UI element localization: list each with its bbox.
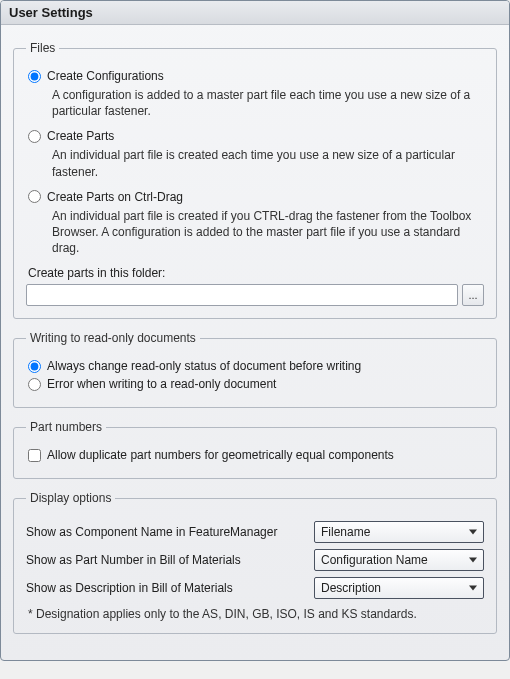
writing-radio-error[interactable] xyxy=(28,378,41,391)
display-options-group: Display options Show as Component Name i… xyxy=(13,491,497,634)
writing-group: Writing to read-only documents Always ch… xyxy=(13,331,497,408)
writing-radio-error-row: Error when writing to a read-only docume… xyxy=(26,377,484,391)
files-radio-create-parts-label: Create Parts xyxy=(47,129,114,143)
window-body: Files Create Configurations A configurat… xyxy=(1,25,509,660)
files-radio-create-configurations-label: Create Configurations xyxy=(47,69,164,83)
writing-radio-error-label: Error when writing to a read-only docume… xyxy=(47,377,276,391)
allow-duplicate-part-numbers-row: Allow duplicate part numbers for geometr… xyxy=(26,448,484,462)
files-radio-create-parts[interactable] xyxy=(28,130,41,143)
display-footnote: * Designation applies only to the AS, DI… xyxy=(28,607,484,621)
writing-radio-always-change-row: Always change read-only status of docume… xyxy=(26,359,484,373)
allow-duplicate-part-numbers-checkbox[interactable] xyxy=(28,449,41,462)
display-options-legend: Display options xyxy=(26,491,115,505)
display-component-name-select[interactable]: Filename xyxy=(314,521,484,543)
display-row-component-name: Show as Component Name in FeatureManager… xyxy=(26,521,484,543)
display-description-select[interactable]: Description xyxy=(314,577,484,599)
ellipsis-icon: ... xyxy=(468,289,477,301)
files-radio-create-parts-row: Create Parts xyxy=(26,129,484,143)
display-part-number-combo: Configuration Name xyxy=(314,549,484,571)
files-radio-create-parts-ctrl-drag[interactable] xyxy=(28,190,41,203)
files-group: Files Create Configurations A configurat… xyxy=(13,41,497,319)
files-create-configurations-desc: A configuration is added to a master par… xyxy=(52,87,484,119)
writing-radio-always-change[interactable] xyxy=(28,360,41,373)
writing-radio-always-change-label: Always change read-only status of docume… xyxy=(47,359,361,373)
display-component-name-combo: Filename xyxy=(314,521,484,543)
display-description-label: Show as Description in Bill of Materials xyxy=(26,581,314,595)
files-radio-create-configurations-row: Create Configurations xyxy=(26,69,484,83)
display-part-number-label: Show as Part Number in Bill of Materials xyxy=(26,553,314,567)
display-description-combo: Description xyxy=(314,577,484,599)
user-settings-window: User Settings Files Create Configuration… xyxy=(0,0,510,661)
create-parts-folder-label: Create parts in this folder: xyxy=(28,266,484,280)
window-title: User Settings xyxy=(1,1,509,25)
part-numbers-group: Part numbers Allow duplicate part number… xyxy=(13,420,497,479)
writing-legend: Writing to read-only documents xyxy=(26,331,200,345)
create-parts-folder-row: ... xyxy=(26,284,484,306)
files-create-parts-ctrl-drag-desc: An individual part file is created if yo… xyxy=(52,208,484,257)
files-radio-create-parts-ctrl-drag-label: Create Parts on Ctrl-Drag xyxy=(47,190,183,204)
browse-folder-button[interactable]: ... xyxy=(462,284,484,306)
files-radio-create-configurations[interactable] xyxy=(28,70,41,83)
create-parts-folder-input[interactable] xyxy=(26,284,458,306)
files-legend: Files xyxy=(26,41,59,55)
allow-duplicate-part-numbers-label: Allow duplicate part numbers for geometr… xyxy=(47,448,394,462)
display-part-number-select[interactable]: Configuration Name xyxy=(314,549,484,571)
files-create-parts-desc: An individual part file is created each … xyxy=(52,147,484,179)
display-component-name-label: Show as Component Name in FeatureManager xyxy=(26,525,314,539)
part-numbers-legend: Part numbers xyxy=(26,420,106,434)
display-row-description: Show as Description in Bill of Materials… xyxy=(26,577,484,599)
files-radio-create-parts-ctrl-drag-row: Create Parts on Ctrl-Drag xyxy=(26,190,484,204)
display-row-part-number: Show as Part Number in Bill of Materials… xyxy=(26,549,484,571)
